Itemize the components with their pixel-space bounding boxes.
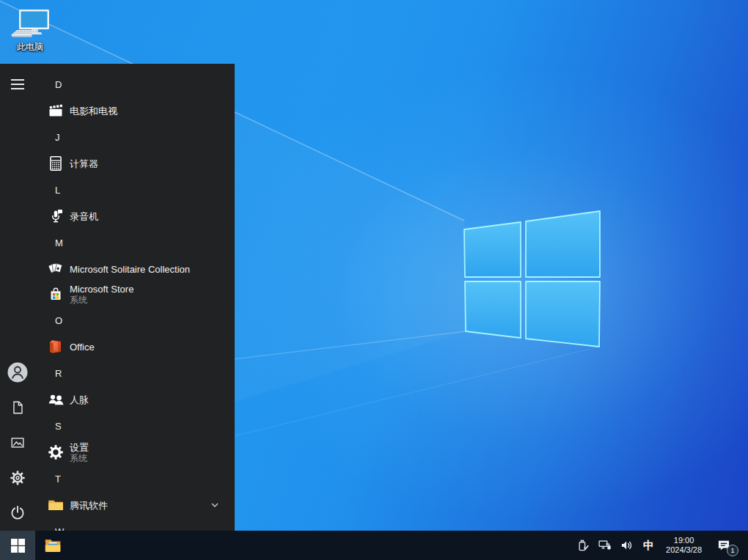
start-app-microsoft-store[interactable]: Microsoft Store系统: [35, 281, 235, 306]
start-menu: D电影和电视J计算器L录音机M♠Microsoft Solitaire Coll…: [0, 64, 235, 531]
letter-label: R: [55, 368, 62, 379]
app-title: 计算器: [70, 158, 98, 169]
user-icon: [7, 361, 29, 383]
taskbar-file-explorer-button[interactable]: [35, 531, 70, 560]
start-app-tencent-software[interactable]: 腾讯软件: [35, 493, 235, 517]
usb-eject-icon: [576, 538, 591, 553]
file-explorer-icon: [43, 536, 62, 555]
app-text: 设置系统: [70, 442, 89, 463]
letter-label: L: [55, 185, 60, 196]
system-tray: 中 19:00 2024/3/28 1: [573, 531, 748, 560]
taskbar: 中 19:00 2024/3/28 1: [0, 531, 748, 560]
letter-label: T: [55, 474, 61, 485]
volume-icon: [619, 538, 635, 553]
tray-button-network[interactable]: [594, 531, 616, 560]
rail-button-power[interactable]: [0, 495, 35, 531]
letter-label: S: [55, 421, 62, 432]
chevron-down-icon[interactable]: [210, 500, 220, 510]
calculator-icon: [47, 155, 65, 172]
app-text: Office: [70, 342, 95, 353]
app-text: 腾讯软件: [70, 500, 108, 511]
start-app-people[interactable]: 人脉: [35, 387, 235, 412]
rail-button-documents[interactable]: [0, 390, 35, 425]
start-button[interactable]: [0, 531, 35, 560]
folder-icon: [47, 496, 65, 514]
start-app-settings[interactable]: 设置系统: [35, 440, 235, 465]
document-icon: [10, 399, 26, 416]
notification-badge: 1: [727, 545, 738, 556]
gear-icon: [9, 469, 26, 487]
action-center-button[interactable]: 1: [708, 531, 739, 560]
app-text: 电影和电视: [70, 106, 117, 117]
app-text: Microsoft Solitaire Collection: [70, 264, 190, 275]
app-text: 录音机: [70, 211, 98, 222]
rail-button-pictures[interactable]: [0, 425, 35, 460]
app-sublabel: 系统: [70, 295, 133, 305]
start-letter-d[interactable]: D: [35, 70, 235, 98]
letter-label: M: [55, 237, 63, 248]
windows-desktop-screen: 此电脑 D电影和电视J计算器L录音机M♠Microsoft Solitaire …: [0, 0, 748, 560]
ime-indicator[interactable]: 中: [638, 531, 659, 560]
rail-button-user[interactable]: [0, 355, 35, 390]
app-title: 设置: [70, 442, 89, 453]
letter-label: J: [55, 132, 60, 143]
start-letter-m[interactable]: M: [35, 229, 235, 257]
settings-gear-icon: [47, 443, 65, 461]
app-title: 电影和电视: [70, 106, 117, 117]
app-text: Microsoft Store系统: [70, 284, 133, 305]
start-letter-l[interactable]: L: [35, 176, 235, 204]
voice-recorder-icon: [47, 207, 65, 225]
tray-button-usb[interactable]: [573, 531, 594, 560]
letter-label: D: [55, 79, 62, 90]
office-icon: [47, 338, 65, 355]
start-app-calculator[interactable]: 计算器: [35, 151, 235, 176]
start-letter-t[interactable]: T: [35, 465, 235, 493]
app-title: Office: [70, 342, 95, 353]
app-sublabel: 系统: [70, 453, 89, 463]
people-icon: [47, 391, 65, 408]
letter-label: O: [55, 315, 62, 326]
start-app-solitaire[interactable]: ♠Microsoft Solitaire Collection: [35, 257, 235, 281]
start-menu-rail: [0, 64, 35, 531]
movies-tv-icon: [47, 102, 65, 119]
this-pc-icon: [6, 9, 54, 41]
pictures-icon: [9, 435, 26, 451]
app-title: Microsoft Solitaire Collection: [70, 264, 190, 275]
rail-button-hamburger[interactable]: [0, 67, 35, 102]
app-title: 腾讯软件: [70, 500, 108, 511]
solitaire-icon: ♠: [47, 260, 65, 278]
app-title: 录音机: [70, 211, 98, 222]
network-icon: [597, 538, 613, 553]
rail-button-settings[interactable]: [0, 460, 35, 495]
start-menu-app-list: D电影和电视J计算器L录音机M♠Microsoft Solitaire Coll…: [35, 64, 235, 531]
start-letter-j[interactable]: J: [35, 123, 235, 151]
start-app-office[interactable]: Office: [35, 334, 235, 359]
start-letter-r[interactable]: R: [35, 359, 235, 387]
clock-time: 19:00: [666, 536, 702, 545]
start-app-movies-tv[interactable]: 电影和电视: [35, 98, 235, 123]
clock-date: 2024/3/28: [666, 545, 702, 555]
start-letter-s[interactable]: S: [35, 412, 235, 440]
app-title: Microsoft Store: [70, 284, 133, 295]
start-letter-w[interactable]: W: [35, 517, 235, 531]
app-text: 人脉: [70, 394, 89, 405]
start-app-voice-recorder[interactable]: 录音机: [35, 204, 235, 229]
store-icon: [47, 285, 65, 303]
tray-button-volume[interactable]: [616, 531, 638, 560]
start-letter-o[interactable]: O: [35, 306, 235, 334]
this-pc-label: 此电脑: [6, 43, 54, 52]
hamburger-icon: [11, 79, 24, 89]
desktop-icon-this-pc[interactable]: 此电脑: [6, 9, 54, 52]
windows-logo-icon: [11, 539, 25, 553]
taskbar-clock[interactable]: 19:00 2024/3/28: [659, 531, 708, 560]
power-icon: [9, 504, 26, 522]
app-title: 人脉: [70, 394, 89, 405]
app-text: 计算器: [70, 158, 98, 169]
